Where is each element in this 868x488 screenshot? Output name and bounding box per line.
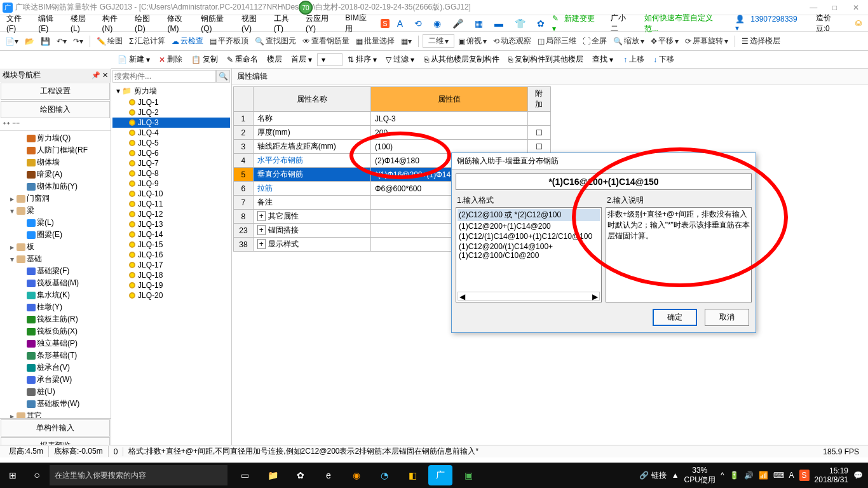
cancel-button[interactable]: 取消 (705, 309, 749, 326)
rename-button[interactable]: ✎ 重命名 (223, 53, 262, 66)
menu-cloud[interactable]: 云应用(Y) (302, 13, 341, 33)
user-label[interactable]: 广小二 (607, 13, 637, 34)
tree-item[interactable]: JLQ-8 (112, 168, 230, 179)
nav-item[interactable]: 砌体加筋(Y) (1, 180, 109, 193)
task-view-icon[interactable]: ▭ (233, 465, 257, 485)
ok-button[interactable]: 确定 (653, 309, 697, 326)
menu-edit[interactable]: 编辑(E) (34, 13, 67, 33)
battery-icon[interactable]: 🔋 (729, 471, 739, 480)
app-icon[interactable]: 广 (428, 465, 452, 485)
tool-icon[interactable]: 🎤 (449, 18, 467, 29)
up-button[interactable]: ↑ 上移 (620, 53, 648, 66)
tree-item[interactable]: JLQ-13 (112, 219, 230, 229)
menu-modify[interactable]: 修改(M) (163, 13, 197, 33)
menu-rebar[interactable]: 钢筋量(Q) (197, 13, 238, 33)
nav-item[interactable]: 独立基础(P) (1, 337, 109, 349)
folder-icon[interactable]: 📁 (261, 465, 285, 485)
property-row[interactable]: 3轴线距左墙皮距离(mm)(100)☐ (234, 140, 551, 154)
search-button[interactable]: 查找▾ (588, 53, 617, 66)
undo-icon[interactable]: ↶▾ (54, 36, 69, 47)
tree-item[interactable]: JLQ-16 (112, 250, 230, 260)
nav-item[interactable]: 圈梁(E) (1, 229, 109, 241)
steel-view-button[interactable]: 👁 查看钢筋量 (300, 34, 352, 48)
nav-item[interactable]: 基础板带(W) (1, 398, 109, 410)
menu-floor[interactable]: 楼层(L) (67, 13, 98, 33)
cpu-meter[interactable]: 33%CPU使用 (684, 466, 715, 485)
clock[interactable]: 15:192018/8/31 (815, 466, 848, 485)
tree-item[interactable]: JLQ-3 (112, 118, 230, 128)
tree-item[interactable]: JLQ-10 (112, 189, 230, 199)
nav-item[interactable]: 筏板基础(M) (1, 277, 109, 289)
tool-icon[interactable]: ⟲ (410, 18, 426, 29)
tree-item[interactable]: JLQ-20 (112, 290, 230, 301)
nav-item[interactable]: ▸其它 (1, 410, 109, 418)
nav-section-project[interactable]: 工程设置 (1, 83, 110, 100)
app-icon[interactable]: ◔ (372, 465, 397, 485)
format-item[interactable]: (1)C12@200+(1)C14@200 (458, 221, 600, 231)
nav-item[interactable]: 条形基础(T) (1, 349, 109, 362)
nav-item[interactable]: 柱墩(Y) (1, 301, 109, 313)
menu-bim[interactable]: BIM应用 (341, 13, 377, 34)
new-button[interactable]: 📄新建▾ (114, 53, 154, 66)
nav-item[interactable]: 砌体墙 (1, 156, 109, 168)
property-row[interactable]: 2厚度(mm)200☐ (234, 126, 551, 140)
cortana-icon[interactable]: ○ (25, 470, 48, 481)
rotate-button[interactable]: ⟳ 屏幕旋转▾ (682, 34, 731, 48)
tool-icon[interactable]: A (393, 18, 407, 29)
dynamic-view-button[interactable]: ⟲ 动态观察 (491, 34, 534, 48)
start-button[interactable]: ⊞ (0, 470, 25, 480)
menu-view[interactable]: 视图(V) (238, 13, 270, 33)
menu-component[interactable]: 构件(N) (98, 13, 131, 33)
phone-label[interactable]: 👤 13907298339 ▾ (731, 15, 808, 32)
tree-item[interactable]: JLQ-6 (112, 148, 230, 158)
nav-item[interactable]: ▸板 (1, 241, 109, 253)
edge-icon[interactable]: e (316, 465, 341, 485)
nav-item[interactable]: ▸门窗洞 (1, 193, 109, 205)
tree-item[interactable]: JLQ-15 (112, 240, 230, 250)
copy-from-button[interactable]: ⎘ 从其他楼层复制构件 (421, 53, 503, 66)
collapse-icon[interactable]: ⁻⁻ (12, 120, 20, 129)
new-change-button[interactable]: ✎ 新建变更 ▾ (548, 13, 607, 33)
ime-icon[interactable]: ⌨ (773, 471, 784, 480)
tool-icon[interactable]: ✿ (533, 18, 548, 29)
tree-item[interactable]: JLQ-2 (112, 107, 230, 118)
app-icon[interactable]: ✿ (288, 465, 313, 485)
nav-item[interactable]: 暗梁(A) (1, 168, 109, 180)
browser-icon[interactable]: ◉ (344, 465, 369, 485)
tip-link[interactable]: 如何快速布置自定义范... (641, 13, 728, 34)
new-file-icon[interactable]: 📄▾ (3, 36, 21, 47)
sogou-tray-icon[interactable]: S (799, 470, 810, 481)
draw-button[interactable]: ✏️绘图 (94, 34, 125, 48)
nav-item[interactable]: 桩(U) (1, 386, 109, 398)
tree-item[interactable]: JLQ-9 (112, 179, 230, 189)
taskbar-search[interactable]: 在这里输入你要搜索的内容 (50, 465, 227, 485)
pan-button[interactable]: ✥ 平移▾ (648, 34, 681, 48)
save-icon[interactable]: 💾 (38, 36, 53, 47)
link-label[interactable]: 🔗 链接 (639, 470, 666, 481)
redo-icon[interactable]: ↷▾ (71, 36, 86, 47)
search-input[interactable] (112, 70, 216, 83)
open-icon[interactable]: 📂 (22, 36, 37, 47)
select-floor-button[interactable]: ☰ 选择楼层 (739, 34, 783, 48)
search-button[interactable]: 🔍 (216, 70, 230, 83)
app-icon[interactable]: ▣ (456, 465, 480, 485)
coin-icon[interactable]: ⛁ (851, 19, 865, 28)
tool-icon[interactable]: ◉ (430, 18, 445, 29)
format-item[interactable]: (1)C12/(1)C14@100+(1)C12/C10@100 (458, 231, 600, 241)
dropdown[interactable]: ▾ (317, 53, 342, 66)
delete-button[interactable]: ✕ 删除 (155, 53, 186, 66)
tree-item[interactable]: JLQ-14 (112, 229, 230, 240)
top-view-button[interactable]: ▣ 俯视▾ (456, 34, 489, 48)
flat-button[interactable]: ▤ 平齐板顶 (207, 34, 251, 48)
tree-item[interactable]: JLQ-7 (112, 158, 230, 168)
dim-select[interactable]: 二维 ▾ (423, 34, 454, 48)
nav-item[interactable]: 承台梁(W) (1, 374, 109, 386)
nav-tree[interactable]: 剪力墙(Q)人防门框墙(RF砌体墙暗梁(A)砌体加筋(Y)▸门窗洞▾梁梁(L)圈… (0, 131, 111, 418)
tray-icon[interactable]: ▲ (672, 471, 679, 480)
tool-icon[interactable]: 👕 (511, 18, 529, 29)
nav-item[interactable]: 集水坑(K) (1, 289, 109, 301)
tool-icon[interactable]: ▦ (471, 18, 487, 29)
tray-up-icon[interactable]: ^ (721, 471, 724, 480)
tool-icon[interactable]: ▬ (491, 18, 507, 29)
maximize-icon[interactable]: □ (825, 3, 844, 12)
